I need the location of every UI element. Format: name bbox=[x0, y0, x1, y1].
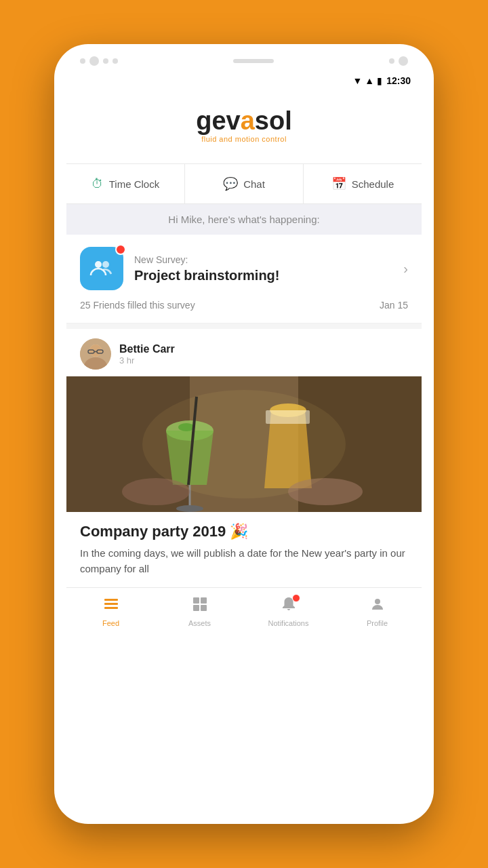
profile-label: Profile bbox=[367, 619, 388, 627]
bottom-nav-feed[interactable]: Feed bbox=[66, 593, 155, 630]
tab-chat-label: Chat bbox=[243, 178, 265, 190]
nav-tabs: ⏱ Time Clock 💬 Chat 📅 Schedule bbox=[66, 163, 422, 204]
survey-notification-badge bbox=[115, 244, 126, 255]
svg-rect-21 bbox=[104, 599, 118, 601]
logo-part2: sol bbox=[255, 106, 292, 135]
svg-point-28 bbox=[375, 599, 380, 604]
post-body: In the coming days, we will publish a da… bbox=[80, 546, 408, 576]
notifications-label: Notifications bbox=[268, 619, 309, 627]
phone-top-bar bbox=[66, 56, 422, 66]
avatar-image bbox=[80, 338, 111, 370]
speaker-grille bbox=[233, 59, 274, 63]
schedule-icon: 📅 bbox=[331, 176, 346, 191]
signal-icon: ▲ bbox=[365, 75, 374, 86]
bottom-nav-assets[interactable]: Assets bbox=[155, 593, 244, 630]
svg-rect-25 bbox=[201, 597, 207, 604]
logo-area: gevasol fluid and motion control bbox=[66, 92, 422, 163]
post-author-info: Bettie Carr 3 hr bbox=[119, 343, 175, 366]
survey-date: Jan 15 bbox=[380, 300, 408, 311]
tab-time-clock[interactable]: ⏱ Time Clock bbox=[66, 164, 185, 203]
camera-dot-2 bbox=[103, 58, 108, 64]
survey-chevron-icon: › bbox=[403, 261, 408, 277]
drinks-scene bbox=[66, 376, 422, 512]
notification-badge bbox=[292, 594, 300, 602]
time-clock-icon: ⏱ bbox=[92, 177, 104, 191]
side-dot-1 bbox=[389, 58, 394, 64]
camera-dot-3 bbox=[113, 58, 118, 64]
camera-lens bbox=[89, 56, 99, 66]
tab-time-clock-label: Time Clock bbox=[109, 178, 159, 190]
profile-icon bbox=[369, 596, 386, 616]
survey-icon-wrap bbox=[80, 247, 123, 290]
survey-meta: 25 Friends filled this survey Jan 15 bbox=[80, 300, 408, 311]
svg-rect-24 bbox=[193, 597, 199, 604]
tab-schedule-label: Schedule bbox=[352, 178, 394, 190]
svg-rect-23 bbox=[104, 607, 118, 609]
survey-friends-count: 25 Friends filled this survey bbox=[80, 300, 195, 311]
status-time: 12:30 bbox=[386, 75, 411, 86]
notifications-icon bbox=[281, 596, 297, 616]
post-image bbox=[66, 376, 422, 512]
greeting-text: Hi Mike, here's what's happening: bbox=[168, 214, 319, 225]
post-author-name: Bettie Carr bbox=[119, 343, 175, 355]
survey-title: Project brainstorming! bbox=[134, 268, 392, 283]
svg-point-20 bbox=[142, 390, 346, 498]
tab-schedule[interactable]: 📅 Schedule bbox=[304, 164, 422, 203]
logo-subtitle: fluid and motion control bbox=[196, 135, 292, 143]
svg-point-13 bbox=[176, 505, 203, 512]
screen: ▼ ▲ ▮ 12:30 gevasol fluid and motion con… bbox=[66, 70, 422, 639]
svg-point-0 bbox=[95, 261, 102, 268]
status-icons: ▼ ▲ ▮ bbox=[352, 75, 382, 86]
phone-cameras bbox=[80, 56, 118, 66]
camera-dot-1 bbox=[80, 58, 85, 64]
svg-point-1 bbox=[102, 261, 109, 268]
logo-part1: gev bbox=[196, 106, 240, 135]
svg-rect-26 bbox=[193, 605, 199, 611]
survey-inner: New Survey: Project brainstorming! › bbox=[80, 247, 408, 290]
side-lens bbox=[399, 56, 408, 66]
drinks-svg bbox=[66, 376, 422, 512]
survey-card[interactable]: New Survey: Project brainstorming! › 25 … bbox=[66, 235, 422, 323]
status-bar: ▼ ▲ ▮ 12:30 bbox=[66, 70, 422, 92]
chat-icon: 💬 bbox=[223, 176, 238, 191]
post-content: Company party 2019 🎉 In the coming days,… bbox=[66, 512, 422, 587]
post-time: 3 hr bbox=[119, 355, 175, 366]
bottom-nav: Feed Assets bbox=[66, 587, 422, 639]
wifi-icon: ▼ bbox=[352, 75, 362, 86]
bottom-nav-profile[interactable]: Profile bbox=[333, 593, 422, 630]
avatar-svg bbox=[80, 338, 111, 370]
tab-chat[interactable]: 💬 Chat bbox=[185, 164, 304, 203]
logo-highlight: a bbox=[241, 106, 255, 135]
survey-label: New Survey: bbox=[134, 254, 392, 265]
assets-icon bbox=[192, 596, 208, 616]
logo-container: gevasol fluid and motion control bbox=[196, 108, 292, 143]
svg-rect-27 bbox=[201, 605, 207, 611]
post-title: Company party 2019 🎉 bbox=[80, 523, 408, 540]
assets-label: Assets bbox=[188, 619, 211, 627]
side-cameras bbox=[389, 56, 408, 66]
survey-people-icon bbox=[89, 256, 114, 281]
svg-rect-22 bbox=[104, 603, 118, 605]
logo-text: gevasol bbox=[196, 108, 292, 134]
battery-icon: ▮ bbox=[377, 75, 382, 86]
post-header: Bettie Carr 3 hr bbox=[66, 329, 422, 376]
author-avatar bbox=[80, 338, 111, 370]
greeting-bar: Hi Mike, here's what's happening: bbox=[66, 204, 422, 235]
assets-svg-icon bbox=[192, 596, 208, 612]
post-card: Bettie Carr 3 hr bbox=[66, 323, 422, 587]
feed-svg-icon bbox=[103, 596, 119, 612]
feed-label: Feed bbox=[102, 619, 119, 627]
bottom-nav-notifications[interactable]: Notifications bbox=[244, 593, 333, 630]
survey-text: New Survey: Project brainstorming! bbox=[134, 254, 392, 283]
svg-point-4 bbox=[89, 344, 102, 357]
phone-device: ▼ ▲ ▮ 12:30 gevasol fluid and motion con… bbox=[54, 44, 434, 824]
feed-icon bbox=[103, 596, 119, 616]
profile-svg-icon bbox=[369, 596, 386, 612]
